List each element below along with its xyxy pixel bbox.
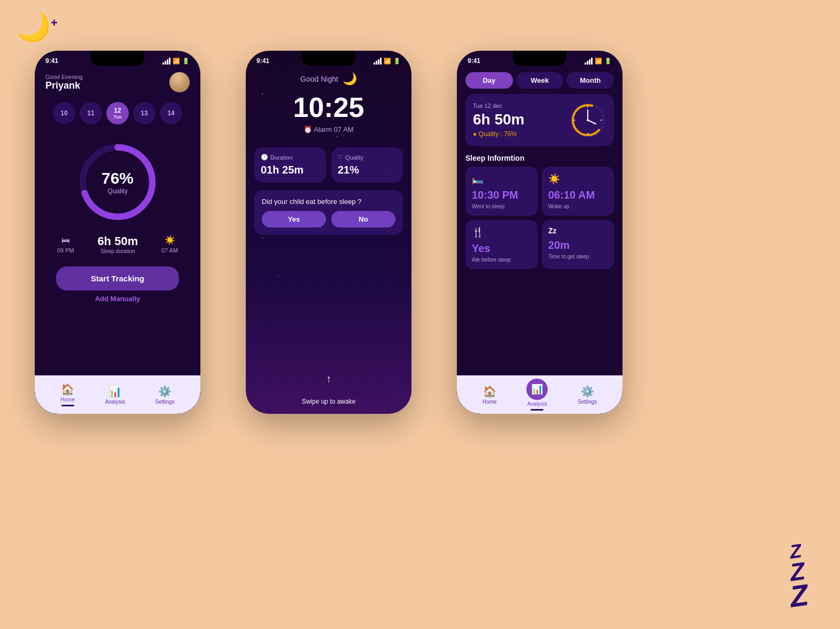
p3-settings-icon: ⚙️ bbox=[581, 385, 594, 398]
zzz-decoration: Z Z Z bbox=[790, 540, 808, 613]
get-sleep-value: 20m bbox=[548, 239, 608, 251]
p3-nav-analysis[interactable]: 📊 Analysis bbox=[526, 379, 548, 411]
phone1-greeting: Good Evening bbox=[45, 74, 83, 80]
tab-week[interactable]: Week bbox=[516, 72, 564, 89]
date-item-12[interactable]: 12 Tue bbox=[106, 102, 129, 124]
nav-home[interactable]: 🏠 Home bbox=[60, 383, 75, 406]
phone2-time: 9:41 bbox=[256, 57, 269, 65]
phone1-avatar bbox=[169, 72, 190, 92]
duration-card: 🕐 Duration 01h 25m bbox=[254, 147, 326, 183]
phone3-wifi-icon: 📶 bbox=[595, 58, 602, 65]
phone2-wifi-icon: 📶 bbox=[384, 58, 391, 65]
phone1-date-row: 10 11 12 Tue 13 14 bbox=[35, 98, 200, 129]
sleep-duration-value: 6h 50m bbox=[97, 234, 138, 248]
phone1-signal bbox=[162, 58, 170, 65]
nav-indicator bbox=[61, 405, 74, 406]
alarm-text: Alarm 07 AM bbox=[314, 125, 353, 133]
question-text: Did your child eat before sleep ? bbox=[262, 198, 395, 206]
phone3-battery-icon: 🔋 bbox=[604, 58, 612, 65]
tab-month[interactable]: Month bbox=[566, 72, 614, 89]
nav-home-label: Home bbox=[60, 397, 75, 403]
tab-day[interactable]: Day bbox=[465, 72, 513, 89]
phone2-alarm: ⏰ Alarm 07 AM bbox=[256, 125, 401, 133]
date-item-11[interactable]: 11 bbox=[80, 102, 102, 124]
wake-time-value: 06:10 AM bbox=[548, 189, 608, 201]
date-item-10[interactable]: 10 bbox=[53, 102, 75, 124]
nav-settings[interactable]: ⚙️ Settings bbox=[155, 385, 175, 405]
ate-value: Yes bbox=[472, 242, 531, 255]
phone1-status-icons: 📶 🔋 bbox=[162, 58, 190, 65]
swipe-up-area[interactable]: ↑ Swipe up to awake bbox=[246, 355, 411, 414]
nav-settings-label: Settings bbox=[155, 399, 175, 405]
grid-item-sleep-time: 🛏️ 10:30 PM Went to sleep bbox=[465, 167, 538, 216]
p3-home-label: Home bbox=[483, 399, 497, 405]
sleep-duration-stat: 6h 50m Sleep duration bbox=[97, 234, 138, 254]
sleep-info-title: Sleep Informtion bbox=[457, 152, 623, 167]
phone1-name: Priyank bbox=[45, 80, 83, 91]
p3-nav-home[interactable]: 🏠 Home bbox=[483, 385, 497, 405]
date-item-14[interactable]: 14 bbox=[160, 102, 182, 124]
avatar-image bbox=[169, 72, 190, 92]
goodnight-text: Good Night bbox=[300, 75, 338, 83]
moon-emoji: 🌙 bbox=[343, 72, 357, 86]
grid-item-sleep-time-2: Zz 20m Time to get sleep bbox=[542, 220, 614, 269]
no-button[interactable]: No bbox=[331, 211, 395, 227]
quality-label: Quality bbox=[102, 187, 134, 195]
sleep-start-stat: 🛏 09 PM bbox=[57, 235, 74, 254]
phone2-notch bbox=[302, 51, 355, 66]
clock-icon: 🕐 bbox=[261, 154, 268, 161]
sun-icon-2: ☀️ bbox=[548, 173, 608, 185]
bed-icon-2: 🛏️ bbox=[472, 173, 531, 185]
clock-graphic bbox=[569, 101, 606, 139]
quality-label-2: ♡ Quality bbox=[338, 154, 396, 161]
svg-point-6 bbox=[587, 133, 589, 135]
p3-nav-settings[interactable]: ⚙️ Settings bbox=[578, 385, 597, 405]
nav-analysis-label: Analysis bbox=[105, 399, 125, 405]
sleep-duration-label: Sleep duration bbox=[97, 248, 138, 254]
app-logo: 🌙+ bbox=[16, 11, 58, 43]
get-sleep-label: Time to get sleep bbox=[548, 254, 608, 260]
add-manually-link[interactable]: Add Manually bbox=[35, 295, 200, 303]
svg-point-10 bbox=[587, 119, 589, 121]
sleep-start-time: 09 PM bbox=[57, 247, 74, 254]
phone-1-home: 9:41 📶 🔋 Good Evening Priyank 10 11 12 bbox=[35, 51, 200, 414]
p3-settings-label: Settings bbox=[578, 399, 597, 405]
phone2-current-time: 10:25 bbox=[256, 91, 401, 123]
ate-label: Ate before sleep bbox=[472, 257, 531, 263]
phone3-summary-card: Tue 12 dec 6h 50m ● Quality : 76% bbox=[465, 94, 614, 146]
fork-icon: 🍴 bbox=[472, 226, 531, 238]
phone1-sleep-info: 🛏 09 PM 6h 50m Sleep duration ☀️ 07 AM bbox=[35, 230, 200, 258]
date-item-13[interactable]: 13 bbox=[133, 102, 155, 124]
p3-analysis-icon-active: 📊 bbox=[526, 379, 548, 400]
summary-date: Tue 12 dec bbox=[473, 103, 525, 109]
summary-quality: ● Quality : 76% bbox=[473, 130, 525, 138]
sun-icon: ☀️ bbox=[165, 235, 175, 245]
quality-percent: 76% bbox=[102, 169, 134, 187]
phone-2-night: 9:41 📶 🔋 Good Night 🌙 10:25 ⏰ Alarm 07 A… bbox=[246, 51, 411, 414]
phone-3-analysis: 9:41 📶 🔋 Day Week Month Tue 12 dec 6 bbox=[457, 51, 623, 414]
phone1-notch bbox=[91, 51, 144, 66]
sleep-time-label: Went to sleep bbox=[472, 203, 531, 209]
duration-value: 01h 25m bbox=[261, 164, 320, 176]
bed-icon: 🛏 bbox=[61, 235, 70, 245]
svg-point-5 bbox=[601, 120, 602, 121]
start-tracking-button[interactable]: Start Tracking bbox=[56, 266, 179, 290]
grid-item-wake-time: ☀️ 06:10 AM Woke up bbox=[542, 167, 614, 216]
phone2-status-icons: 📶 🔋 bbox=[374, 58, 401, 65]
logo-moon-icon: 🌙+ bbox=[16, 11, 58, 43]
date-day-label: Tue bbox=[113, 114, 121, 120]
p3-analysis-label: Analysis bbox=[527, 401, 547, 407]
grid-item-ate: 🍴 Yes Ate before sleep bbox=[465, 220, 538, 269]
phone3-status-icons: 📶 🔋 bbox=[585, 58, 612, 65]
phone2-cards: 🕐 Duration 01h 25m ♡ Quality 21% bbox=[246, 147, 411, 183]
phone3-info-grid: 🛏️ 10:30 PM Went to sleep ☀️ 06:10 AM Wo… bbox=[457, 167, 623, 269]
phone1-battery-icon: 🔋 bbox=[182, 58, 190, 65]
phone1-bottom-nav: 🏠 Home 📊 Analysis ⚙️ Settings bbox=[35, 375, 200, 414]
quality-card: ♡ Quality 21% bbox=[331, 147, 403, 183]
duration-label: 🕐 Duration bbox=[261, 154, 320, 161]
wake-time-label: Woke up bbox=[548, 203, 608, 209]
phone2-battery-icon: 🔋 bbox=[393, 58, 401, 65]
phone3-bottom-nav: 🏠 Home 📊 Analysis ⚙️ Settings bbox=[457, 375, 623, 414]
yes-button[interactable]: Yes bbox=[262, 211, 326, 227]
nav-analysis[interactable]: 📊 Analysis bbox=[105, 385, 125, 405]
